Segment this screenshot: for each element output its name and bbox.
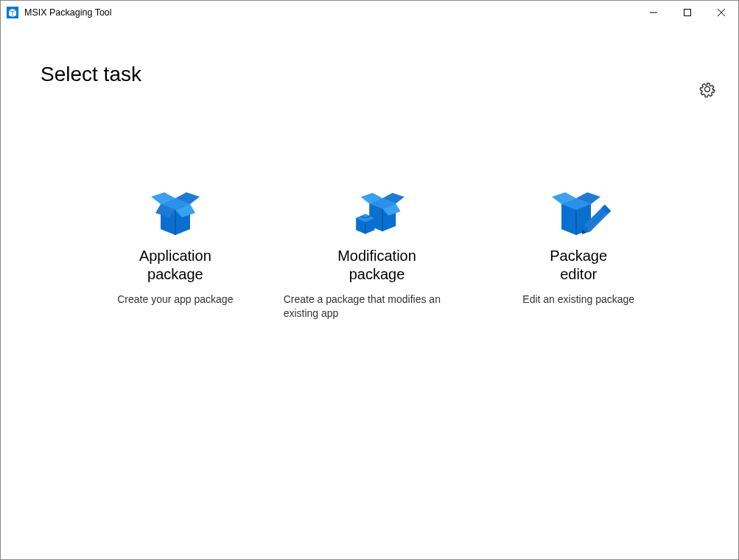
minimize-button[interactable] xyxy=(637,1,670,24)
open-box-with-small-box-icon xyxy=(344,182,410,241)
task-description: Create your app package xyxy=(110,293,240,307)
content-area: Select task Application package Create y… xyxy=(1,63,738,321)
task-description: Edit an existing package xyxy=(515,293,642,307)
open-box-icon xyxy=(142,182,209,241)
maximize-icon xyxy=(684,9,691,16)
box-with-pencil-icon xyxy=(545,182,612,241)
task-application-package[interactable]: Application package Create your app pack… xyxy=(74,182,276,321)
close-button[interactable] xyxy=(704,1,738,24)
minimize-icon xyxy=(650,9,657,16)
task-description: Create a package that modifies an existi… xyxy=(276,293,478,321)
task-title: Application package xyxy=(139,247,211,284)
window-title: MSIX Packaging Tool xyxy=(24,7,637,18)
settings-button[interactable] xyxy=(696,77,719,103)
gear-icon xyxy=(698,80,716,98)
close-icon xyxy=(718,9,725,16)
task-title: Modification package xyxy=(337,247,416,284)
task-list: Application package Create your app pack… xyxy=(1,182,738,321)
task-title: Package editor xyxy=(550,247,607,284)
app-icon xyxy=(7,7,18,18)
task-package-editor[interactable]: Package editor Edit an existing package xyxy=(477,182,679,321)
svg-rect-2 xyxy=(684,10,691,16)
task-modification-package[interactable]: Modification package Create a package th… xyxy=(276,182,478,321)
window-controls xyxy=(637,1,738,24)
maximize-button[interactable] xyxy=(670,1,704,24)
page-title: Select task xyxy=(41,63,738,86)
titlebar: MSIX Packaging Tool xyxy=(1,1,738,24)
